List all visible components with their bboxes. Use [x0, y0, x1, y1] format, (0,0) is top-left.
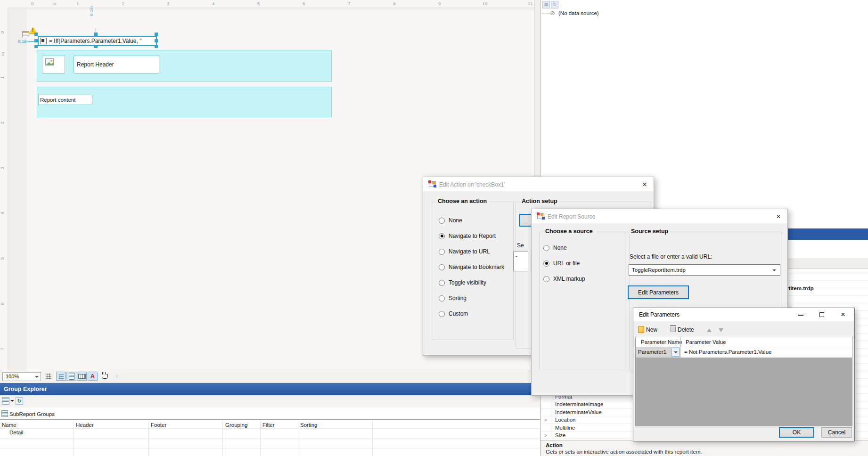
parameter-value-cell[interactable]: = Not Parameters.Parameter1.Value: [684, 349, 771, 355]
delete-parameter-button[interactable]: Delete: [678, 326, 694, 333]
property-item[interactable]: IndeterminateImage: [555, 401, 603, 407]
ruler-tick: 10: [483, 1, 488, 6]
radio-navigate-to-url[interactable]: Navigate to URL: [439, 248, 490, 255]
clipped-field-value: -: [516, 253, 517, 259]
group-list-icon[interactable]: [2, 397, 9, 405]
refresh-icon[interactable]: ↻: [16, 397, 23, 405]
grid-header-parameter-name[interactable]: Parameter Name: [641, 339, 682, 345]
property-item[interactable]: Location: [555, 417, 575, 423]
clipped-field[interactable]: -: [513, 252, 528, 271]
edit-parameters-button-label: Edit Parameters: [638, 289, 679, 296]
column-header-footer[interactable]: Footer: [151, 422, 166, 428]
radio-toggle-visibility[interactable]: Toggle visibility: [439, 279, 486, 286]
radio-navigate-to-report[interactable]: Navigate to Report: [439, 233, 496, 239]
show-margins-button[interactable]: [66, 372, 76, 381]
column-header-filter[interactable]: Filter: [262, 422, 275, 428]
cell-dropdown-button[interactable]: [671, 348, 680, 357]
datasource-tree-item[interactable]: (No data source): [558, 10, 599, 16]
grid-header-parameter-value[interactable]: Parameter Value: [686, 339, 726, 345]
ruler-tick: 8: [393, 1, 395, 6]
show-grid-button[interactable]: [46, 373, 51, 379]
resize-handle[interactable]: [34, 33, 38, 36]
parameters-grid: Parameter Name Parameter Value Parameter…: [635, 337, 852, 426]
radio-label: XML markup: [553, 276, 585, 282]
radio-sorting[interactable]: Sorting: [439, 295, 467, 301]
radio-custom[interactable]: Custom: [439, 310, 468, 317]
image-icon: [45, 58, 54, 65]
ok-button[interactable]: OK: [779, 427, 814, 438]
text-style-button[interactable]: A: [88, 372, 98, 381]
resize-handle[interactable]: [155, 45, 158, 48]
subreport-groups-label[interactable]: SubReport Groups: [9, 411, 55, 417]
checkbox-glyph-icon: [40, 38, 47, 44]
radio-xml-markup[interactable]: XML markup: [543, 276, 585, 282]
radio-source-none[interactable]: None: [543, 244, 567, 251]
picturebox-item[interactable]: [42, 56, 65, 73]
new-parameter-button[interactable]: New: [646, 326, 657, 333]
snap-to-grid-button[interactable]: [56, 372, 66, 381]
ruler-tick: 1: [0, 76, 5, 79]
dropdown-arrow-icon[interactable]: [10, 400, 14, 402]
resize-handle[interactable]: [94, 33, 98, 36]
column-header-sorting[interactable]: Sorting: [300, 422, 317, 428]
property-item[interactable]: Multiline: [555, 425, 575, 431]
dialog-titlebar[interactable]: Edit Action on 'checkBox1' ×: [423, 177, 654, 191]
report-source-property-value[interactable]: rtItem.trdp: [786, 285, 814, 291]
pan-tool-button[interactable]: [102, 374, 108, 379]
zoom-combobox[interactable]: 100%: [2, 372, 41, 381]
ruler-tick: 9: [438, 1, 441, 6]
refresh-datasource-icon[interactable]: ↻: [551, 1, 558, 8]
parameter-name-cell[interactable]: Parameter1: [636, 347, 680, 358]
report-header-section[interactable]: Report Header: [37, 50, 332, 82]
radio-navigate-to-bookmark[interactable]: Navigate to Bookmark: [439, 264, 504, 270]
header-textbox-item[interactable]: Report Header: [74, 56, 159, 73]
resize-handle[interactable]: [94, 45, 98, 48]
report-content-section[interactable]: Report content: [37, 87, 332, 117]
datagrid-adorner-icon[interactable]: [22, 31, 29, 37]
ruler-tick: 0: [0, 31, 5, 33]
show-rulers-button[interactable]: [77, 372, 87, 381]
property-item[interactable]: IndeterminateValue: [555, 409, 602, 415]
column-header-header[interactable]: Header: [76, 422, 94, 428]
cancel-button[interactable]: Cancel: [821, 427, 852, 438]
resize-handle[interactable]: [34, 39, 38, 42]
resize-handle[interactable]: [155, 39, 158, 42]
expand-chevron-icon[interactable]: >: [544, 433, 547, 438]
close-icon[interactable]: ×: [841, 310, 845, 318]
radio-none[interactable]: None: [439, 217, 462, 224]
scroll-left-icon[interactable]: ‹: [116, 372, 118, 380]
maximize-icon[interactable]: [819, 312, 824, 317]
dialog-titlebar[interactable]: Edit Parameters ×: [633, 308, 854, 321]
move-down-icon[interactable]: [719, 328, 723, 332]
group-explorer-titlebar[interactable]: Group Explorer: [0, 383, 540, 395]
row-divider: [0, 439, 540, 439]
content-textbox-item[interactable]: Report content: [38, 95, 92, 105]
column-header-grouping[interactable]: Grouping: [225, 422, 247, 428]
form-icon: [537, 213, 544, 219]
radio-label: Custom: [449, 310, 468, 317]
dialog-titlebar[interactable]: Edit Report Source ×: [532, 209, 787, 223]
expand-chevron-icon[interactable]: >: [544, 417, 547, 423]
edit-parameters-button[interactable]: Edit Parameters: [628, 285, 689, 299]
ruler-tick: 3: [167, 1, 169, 6]
move-up-icon[interactable]: [707, 328, 712, 332]
close-icon[interactable]: ×: [776, 212, 781, 220]
divider: [633, 336, 854, 336]
ok-button-label: OK: [793, 429, 801, 436]
report-url-combobox[interactable]: ToggleReportItem.trdp: [629, 264, 780, 276]
resize-handle[interactable]: [155, 33, 158, 36]
ruler-tick: 5: [257, 1, 260, 6]
radio-url-or-file[interactable]: URL or file: [543, 260, 580, 267]
checkbox-expression: = IIf(Parameters.Parameter1.Value, ": [49, 38, 141, 44]
property-item[interactable]: Size: [555, 432, 565, 438]
edit-datasource-icon[interactable]: ▦: [542, 1, 550, 8]
horizontal-ruler: 0 in 1 2 3 4 5 6 7 8 9 10 11: [0, 0, 534, 8]
minimize-icon[interactable]: [798, 315, 803, 316]
resize-handle[interactable]: [34, 45, 38, 48]
group-row-detail[interactable]: Detail: [9, 430, 23, 435]
column-header-name[interactable]: Name: [2, 422, 16, 428]
left-offset-label: 0.1in: [18, 39, 28, 44]
row-divider: [0, 428, 540, 429]
content-textbox-label: Report content: [40, 97, 75, 103]
close-icon[interactable]: ×: [642, 180, 647, 188]
